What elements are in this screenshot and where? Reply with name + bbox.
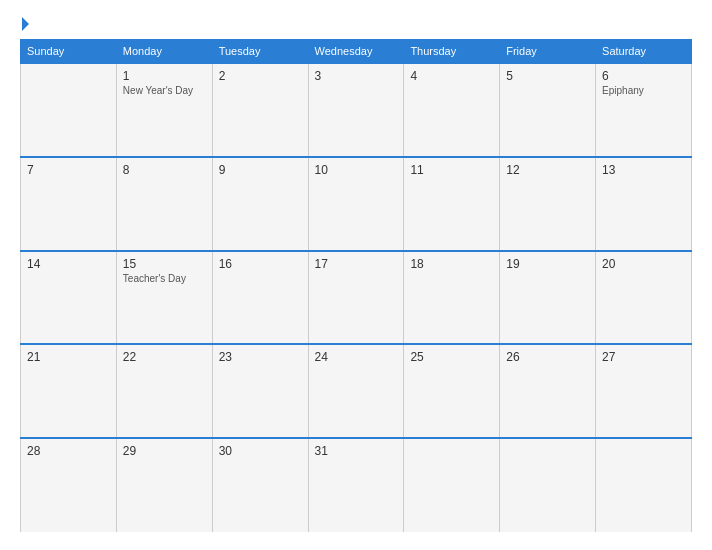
calendar-cell: 20 (596, 251, 692, 345)
weekday-header-row: SundayMondayTuesdayWednesdayThursdayFrid… (21, 40, 692, 64)
calendar-cell: 13 (596, 157, 692, 251)
day-number: 16 (219, 257, 302, 271)
day-number: 4 (410, 69, 493, 83)
weekday-header: Friday (500, 40, 596, 64)
calendar-week-row: 1New Year's Day23456Epiphany (21, 63, 692, 157)
day-number: 27 (602, 350, 685, 364)
calendar-week-row: 1415Teacher's Day1617181920 (21, 251, 692, 345)
calendar-cell: 23 (212, 344, 308, 438)
calendar-cell: 12 (500, 157, 596, 251)
day-number: 15 (123, 257, 206, 271)
calendar-week-row: 28293031 (21, 438, 692, 532)
day-number: 30 (219, 444, 302, 458)
logo-blue-text (20, 18, 29, 31)
calendar-cell (596, 438, 692, 532)
day-number: 19 (506, 257, 589, 271)
calendar-cell: 10 (308, 157, 404, 251)
day-event: New Year's Day (123, 85, 206, 96)
day-number: 24 (315, 350, 398, 364)
day-number: 23 (219, 350, 302, 364)
day-number: 22 (123, 350, 206, 364)
weekday-header: Tuesday (212, 40, 308, 64)
weekday-header: Wednesday (308, 40, 404, 64)
calendar-cell: 27 (596, 344, 692, 438)
day-number: 7 (27, 163, 110, 177)
calendar-header: SundayMondayTuesdayWednesdayThursdayFrid… (21, 40, 692, 64)
calendar-cell: 14 (21, 251, 117, 345)
calendar-cell: 1New Year's Day (116, 63, 212, 157)
day-number: 28 (27, 444, 110, 458)
calendar-cell (21, 63, 117, 157)
calendar-cell: 18 (404, 251, 500, 345)
calendar-cell: 16 (212, 251, 308, 345)
day-number: 31 (315, 444, 398, 458)
calendar-cell: 25 (404, 344, 500, 438)
weekday-header: Saturday (596, 40, 692, 64)
calendar-cell: 6Epiphany (596, 63, 692, 157)
day-event: Epiphany (602, 85, 685, 96)
day-number: 21 (27, 350, 110, 364)
calendar-cell: 9 (212, 157, 308, 251)
calendar-cell: 7 (21, 157, 117, 251)
day-number: 10 (315, 163, 398, 177)
day-number: 9 (219, 163, 302, 177)
day-number: 8 (123, 163, 206, 177)
calendar-week-row: 21222324252627 (21, 344, 692, 438)
day-number: 14 (27, 257, 110, 271)
calendar-cell: 21 (21, 344, 117, 438)
day-number: 25 (410, 350, 493, 364)
day-number: 1 (123, 69, 206, 83)
calendar-body: 1New Year's Day23456Epiphany789101112131… (21, 63, 692, 532)
calendar-cell: 26 (500, 344, 596, 438)
calendar-cell: 8 (116, 157, 212, 251)
calendar-cell (404, 438, 500, 532)
calendar-cell: 31 (308, 438, 404, 532)
day-number: 26 (506, 350, 589, 364)
calendar-cell: 5 (500, 63, 596, 157)
calendar-table: SundayMondayTuesdayWednesdayThursdayFrid… (20, 39, 692, 532)
day-number: 3 (315, 69, 398, 83)
calendar-cell: 28 (21, 438, 117, 532)
logo (20, 18, 29, 31)
day-number: 2 (219, 69, 302, 83)
day-number: 6 (602, 69, 685, 83)
day-number: 17 (315, 257, 398, 271)
calendar-cell: 24 (308, 344, 404, 438)
calendar-cell (500, 438, 596, 532)
weekday-header: Thursday (404, 40, 500, 64)
calendar-cell: 3 (308, 63, 404, 157)
calendar-week-row: 78910111213 (21, 157, 692, 251)
calendar-cell: 22 (116, 344, 212, 438)
calendar-cell: 15Teacher's Day (116, 251, 212, 345)
calendar-cell: 11 (404, 157, 500, 251)
calendar-cell: 2 (212, 63, 308, 157)
day-number: 13 (602, 163, 685, 177)
calendar-cell: 17 (308, 251, 404, 345)
calendar-cell: 29 (116, 438, 212, 532)
day-number: 20 (602, 257, 685, 271)
day-number: 18 (410, 257, 493, 271)
day-number: 11 (410, 163, 493, 177)
calendar-cell: 30 (212, 438, 308, 532)
weekday-header: Sunday (21, 40, 117, 64)
day-event: Teacher's Day (123, 273, 206, 284)
day-number: 5 (506, 69, 589, 83)
day-number: 29 (123, 444, 206, 458)
day-number: 12 (506, 163, 589, 177)
weekday-header: Monday (116, 40, 212, 64)
logo-triangle-icon (22, 17, 29, 31)
page-header (20, 18, 692, 31)
calendar-cell: 19 (500, 251, 596, 345)
calendar-cell: 4 (404, 63, 500, 157)
